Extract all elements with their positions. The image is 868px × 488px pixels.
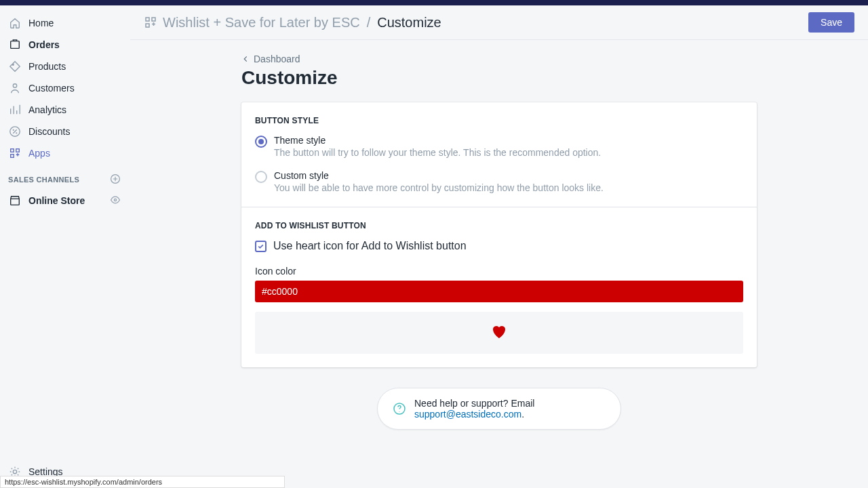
button-style-section: BUTTON STYLE Theme style The button will… <box>241 102 757 207</box>
sales-channels-header: SALES CHANNELS <box>0 164 130 190</box>
apps-icon <box>8 146 22 160</box>
heart-icon <box>491 324 507 339</box>
sidebar: Home Orders Products Customers Analytics… <box>0 5 130 488</box>
svg-rect-10 <box>146 18 149 21</box>
svg-rect-12 <box>146 24 149 27</box>
sales-channels-label: SALES CHANNELS <box>8 176 79 184</box>
save-button[interactable]: Save <box>808 12 854 33</box>
svg-rect-0 <box>11 41 20 49</box>
sidebar-channel-online-store[interactable]: Online Store <box>0 190 130 211</box>
sidebar-item-label: Online Store <box>28 195 85 206</box>
breadcrumb-app[interactable]: Wishlist + Save for Later by ESC <box>163 15 360 30</box>
sidebar-item-label: Customers <box>28 83 75 94</box>
radio-input[interactable] <box>255 136 267 148</box>
header: Wishlist + Save for Later by ESC / Custo… <box>130 5 868 40</box>
sidebar-item-label: Products <box>28 61 66 72</box>
status-bar-url: https://esc-wishlist.myshopify.com/admin… <box>0 476 285 488</box>
check-icon <box>257 243 264 250</box>
svg-point-8 <box>114 199 116 201</box>
add-channel-icon[interactable] <box>110 174 122 186</box>
user-icon <box>8 81 22 95</box>
help-pill: Need help or support? Email support@east… <box>377 388 621 430</box>
help-text: Need help or support? Email support@east… <box>414 398 606 420</box>
sidebar-item-label: Analytics <box>28 104 66 115</box>
help-prefix: Need help or support? Email <box>414 398 534 409</box>
discount-icon <box>8 125 22 138</box>
topbar <box>0 0 868 5</box>
add-wishlist-section: ADD TO WISHLIST BUTTON Use heart icon fo… <box>241 207 757 367</box>
radio-input[interactable] <box>255 171 267 183</box>
heart-preview <box>255 312 743 354</box>
back-label: Dashboard <box>254 54 300 64</box>
radio-label: Theme style <box>274 135 601 146</box>
sidebar-item-label: Home <box>28 18 54 28</box>
svg-point-1 <box>12 64 14 65</box>
radio-option-custom[interactable]: Custom style You will be able to have mo… <box>255 170 743 193</box>
section-title: BUTTON STYLE <box>255 116 743 125</box>
field-label: Icon color <box>255 266 743 277</box>
svg-rect-11 <box>152 18 155 21</box>
checkbox-heart-icon[interactable]: Use heart icon for Add to Wishlist butto… <box>255 240 743 252</box>
main: Wishlist + Save for Later by ESC / Custo… <box>130 5 868 488</box>
radio-label: Custom style <box>274 170 604 181</box>
breadcrumb-sep: / <box>367 15 371 30</box>
svg-point-9 <box>13 470 16 473</box>
sidebar-item-orders[interactable]: Orders <box>0 34 130 56</box>
view-store-icon[interactable] <box>110 195 122 207</box>
sidebar-item-customers[interactable]: Customers <box>0 77 130 99</box>
help-email-link[interactable]: support@eastsideco.com <box>414 409 521 420</box>
sidebar-item-analytics[interactable]: Analytics <box>0 99 130 121</box>
breadcrumb-current: Customize <box>377 15 441 30</box>
checkbox-label: Use heart icon for Add to Wishlist butto… <box>273 240 467 252</box>
svg-rect-6 <box>11 155 14 158</box>
icon-color-input[interactable] <box>255 281 743 302</box>
analytics-icon <box>8 103 22 117</box>
chevron-left-icon <box>241 55 250 63</box>
svg-rect-5 <box>16 149 20 152</box>
sidebar-item-label: Apps <box>28 148 50 159</box>
sidebar-item-products[interactable]: Products <box>0 56 130 77</box>
page-title: Customize <box>241 67 757 89</box>
svg-point-2 <box>13 84 16 87</box>
radio-option-theme[interactable]: Theme style The button will try to follo… <box>255 135 743 158</box>
help-icon <box>393 402 406 415</box>
sidebar-item-discounts[interactable]: Discounts <box>0 121 130 142</box>
store-icon <box>8 194 22 207</box>
checkbox-input[interactable] <box>255 241 267 252</box>
svg-rect-4 <box>11 149 14 152</box>
sidebar-item-label: Discounts <box>28 126 70 137</box>
radio-desc: The button will try to follow your theme… <box>274 147 601 158</box>
radio-desc: You will be able to have more control by… <box>274 182 604 193</box>
apps-icon <box>144 16 157 29</box>
tag-icon <box>8 60 22 73</box>
sidebar-item-apps[interactable]: Apps <box>0 142 130 164</box>
orders-icon <box>8 38 22 52</box>
back-link[interactable]: Dashboard <box>241 54 300 64</box>
customize-card: BUTTON STYLE Theme style The button will… <box>241 102 757 367</box>
sidebar-item-label: Orders <box>28 39 60 50</box>
section-title: ADD TO WISHLIST BUTTON <box>255 221 743 230</box>
sidebar-item-home[interactable]: Home <box>0 12 130 34</box>
help-suffix: . <box>521 409 524 420</box>
home-icon <box>8 16 22 30</box>
